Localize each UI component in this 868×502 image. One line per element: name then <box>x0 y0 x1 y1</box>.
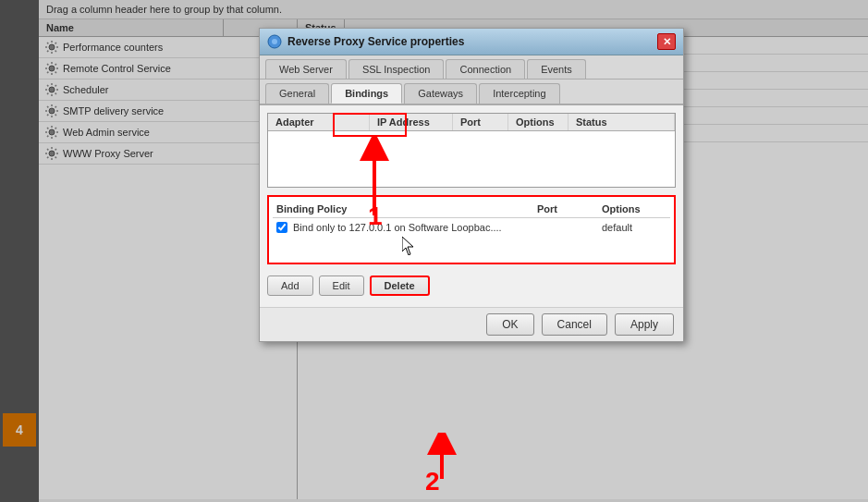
col-options: Options <box>508 114 568 130</box>
edit-button[interactable]: Edit <box>319 275 364 296</box>
dialog-titlebar: Reverse Proxy Service properties ✕ <box>260 29 683 55</box>
binding-policy-text: Bind only to 127.0.0.1 on Software Loopb… <box>293 222 602 233</box>
cursor-area <box>273 237 670 259</box>
col-port: Port <box>453 114 508 130</box>
col-adapter: Adapter <box>268 114 370 130</box>
dialog-close-button[interactable]: ✕ <box>657 33 676 50</box>
bindings-table-header: Adapter IP Address Port Options Status <box>268 114 675 131</box>
tab-bindings[interactable]: Bindings <box>331 83 402 104</box>
tab-ssl-inspection[interactable]: SSL Inspection <box>348 59 445 79</box>
dialog-title-left: Reverse Proxy Service properties <box>267 34 464 49</box>
apply-button[interactable]: Apply <box>615 313 674 336</box>
add-button[interactable]: Add <box>267 275 313 296</box>
dialog-title-icon <box>267 34 282 49</box>
binding-policy-header: Binding Policy Port Options <box>273 201 670 218</box>
svg-point-7 <box>272 39 277 44</box>
tab-bar-top: Web Server SSL Inspection Connection Eve… <box>260 55 683 80</box>
binding-policy-section: Binding Policy Port Options Bind only to… <box>267 195 676 264</box>
binding-port-col: Port <box>537 203 602 214</box>
binding-policy-row[interactable]: Bind only to 127.0.0.1 on Software Loopb… <box>273 218 670 237</box>
delete-button[interactable]: Delete <box>370 275 430 296</box>
tab-intercepting[interactable]: Intercepting <box>479 83 559 104</box>
tab-web-server[interactable]: Web Server <box>265 59 347 79</box>
binding-port-value: default <box>602 222 666 233</box>
dialog-footer: OK Cancel Apply <box>260 307 683 341</box>
tab-gateways[interactable]: Gateways <box>404 83 477 104</box>
binding-checkbox[interactable] <box>276 222 287 233</box>
tab-bar-second: General Bindings Gateways Intercepting <box>260 80 683 105</box>
tab-events[interactable]: Events <box>527 59 586 79</box>
tab-connection[interactable]: Connection <box>446 59 525 79</box>
svg-marker-8 <box>402 237 413 255</box>
ok-button[interactable]: OK <box>486 313 533 336</box>
tab-general[interactable]: General <box>265 83 329 104</box>
bindings-table: Adapter IP Address Port Options Status <box>267 113 676 188</box>
properties-dialog: Reverse Proxy Service properties ✕ Web S… <box>259 28 684 342</box>
bindings-table-body <box>268 131 675 187</box>
col-status: Status <box>568 114 675 130</box>
binding-options-col: Options <box>602 203 666 214</box>
binding-policy-col: Binding Policy <box>276 203 537 214</box>
main-window: 4 Drag a column header here to group by … <box>0 0 868 502</box>
cursor-icon <box>402 237 415 255</box>
buttons-row: Add Edit Delete <box>267 272 676 300</box>
col-ip: IP Address <box>370 114 453 130</box>
dialog-title-text: Reverse Proxy Service properties <box>287 35 464 48</box>
dialog-content: Adapter IP Address Port Options Status B… <box>260 105 683 307</box>
cancel-button[interactable]: Cancel <box>542 313 607 336</box>
